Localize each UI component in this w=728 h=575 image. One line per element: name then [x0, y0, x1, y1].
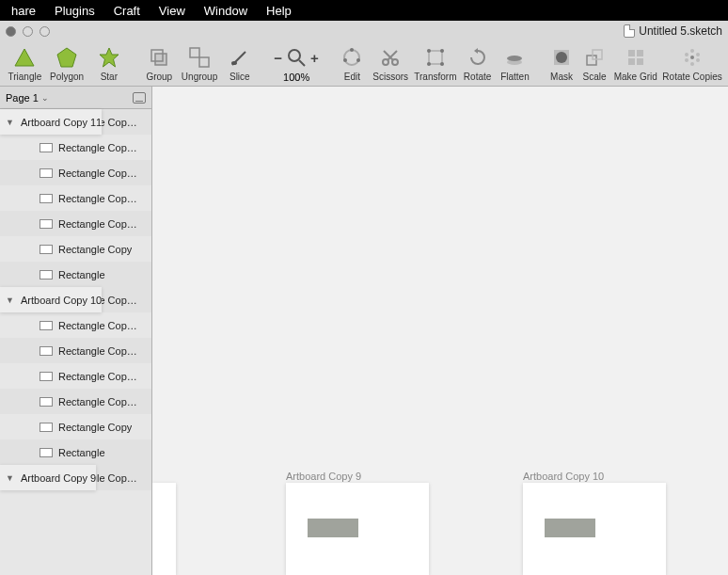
- menu-help[interactable]: Help: [257, 4, 301, 18]
- menu-plugins[interactable]: Plugins: [45, 4, 104, 18]
- edit-icon: [341, 43, 362, 72]
- disclosure-triangle-icon[interactable]: ▼: [6, 473, 15, 483]
- traffic-close[interactable]: [6, 26, 16, 37]
- layer-item[interactable]: Rectangle Cop…: [0, 389, 151, 414]
- artboard[interactable]: [523, 483, 666, 575]
- menu-view[interactable]: View: [150, 4, 195, 18]
- svg-point-18: [440, 49, 444, 53]
- layer-label: Rectangle Cop…: [58, 168, 137, 179]
- tool-scissors[interactable]: Scissors: [370, 43, 412, 82]
- document-title: Untitled 5.sketch: [639, 24, 722, 38]
- svg-point-23: [507, 56, 522, 61]
- tool-slice[interactable]: Slice: [221, 43, 258, 82]
- zoom-out-icon[interactable]: −: [274, 50, 282, 66]
- disclosure-triangle-icon[interactable]: ▼: [6, 118, 15, 127]
- svg-point-13: [343, 58, 347, 62]
- layer-item[interactable]: Rectangle: [0, 262, 151, 287]
- triangle-icon: [13, 43, 36, 72]
- layer-artboard[interactable]: ▼Artboard Copy 11: [0, 109, 102, 135]
- svg-marker-1: [57, 48, 76, 67]
- rectangle-layer-icon: [40, 372, 53, 381]
- canvas[interactable]: ➤ Artboard Copy 9Artboard Copy 10: [152, 87, 728, 575]
- layer-label: Artboard Copy 9: [21, 472, 96, 484]
- shape-rectangle[interactable]: [545, 519, 595, 537]
- disclosure-triangle-icon[interactable]: ▼: [6, 295, 15, 305]
- tool-zoom[interactable]: − + 100%: [269, 43, 324, 83]
- tool-edit[interactable]: Edit: [335, 43, 370, 82]
- menu-hare[interactable]: hare: [2, 4, 45, 18]
- artboard[interactable]: [152, 483, 176, 575]
- tool-makegrid[interactable]: Make Grid: [611, 43, 661, 82]
- svg-point-10: [344, 50, 359, 65]
- layer-item[interactable]: Rectangle Cop…: [0, 135, 151, 160]
- traffic-lights: [6, 26, 50, 37]
- layer-label: Rectangle Cop…: [58, 193, 137, 204]
- traffic-minimize[interactable]: [23, 26, 33, 37]
- artboard-label[interactable]: Artboard Copy 9: [286, 471, 361, 482]
- layer-item[interactable]: Rectangle Copy: [0, 236, 151, 262]
- layer-label: Rectangle Cop…: [58, 218, 137, 230]
- scissors-icon: [380, 43, 401, 72]
- tool-rotate[interactable]: Rotate: [459, 43, 496, 82]
- layer-item[interactable]: Rectangle Copy: [0, 414, 151, 439]
- magnifier-icon: [286, 47, 307, 68]
- layer-artboard[interactable]: ▼Artboard Copy 9: [0, 465, 96, 490]
- svg-rect-30: [628, 58, 635, 65]
- transform-icon: [425, 43, 446, 72]
- layer-item[interactable]: Rectangle Cop…: [0, 363, 151, 389]
- artboard-label[interactable]: Artboard Copy 10: [523, 471, 604, 482]
- menu-craft[interactable]: Craft: [104, 4, 150, 18]
- zoom-in-icon[interactable]: +: [310, 50, 319, 66]
- layer-label: Rectangle: [58, 269, 105, 280]
- layer-label: Rectangle Copy: [58, 422, 132, 433]
- tool-ungroup[interactable]: Ungroup: [178, 43, 222, 82]
- svg-rect-6: [199, 57, 209, 67]
- tool-triangle[interactable]: Triangle: [4, 43, 46, 82]
- layer-label: Rectangle Cop…: [58, 142, 137, 153]
- traffic-zoom[interactable]: [40, 26, 50, 37]
- mask-icon: [551, 43, 572, 72]
- tool-mask[interactable]: Mask: [546, 43, 578, 82]
- layer-item[interactable]: Rectangle Cop…: [0, 185, 151, 211]
- rectangle-layer-icon: [40, 194, 53, 203]
- page-list-icon[interactable]: [133, 92, 146, 104]
- tool-scale[interactable]: Scale: [578, 43, 611, 82]
- slice-icon: [229, 43, 251, 72]
- svg-point-38: [685, 53, 688, 56]
- layer-label: Rectangle Cop…: [58, 320, 137, 331]
- svg-point-36: [690, 62, 694, 66]
- artboard[interactable]: [286, 483, 429, 575]
- svg-point-34: [696, 53, 700, 56]
- layer-item[interactable]: Rectangle Cop…: [0, 160, 151, 185]
- layers-sidebar: Page 1⌄ ▼Artboard Copy 11Rectangle Cop…R…: [0, 87, 152, 575]
- layer-list[interactable]: ▼Artboard Copy 11Rectangle Cop…Rectangle…: [0, 109, 151, 575]
- layer-artboard[interactable]: ▼Artboard Copy 10: [0, 287, 102, 312]
- layer-label: Rectangle Copy: [58, 244, 132, 255]
- svg-point-25: [556, 52, 567, 63]
- tool-transform[interactable]: Transform: [412, 43, 460, 82]
- svg-rect-5: [190, 48, 199, 57]
- chevron-down-icon: ⌄: [41, 93, 49, 103]
- layer-item[interactable]: Rectangle Cop…: [0, 211, 151, 236]
- group-icon: [148, 43, 170, 72]
- tool-rotatecopies[interactable]: Rotate Copies: [660, 43, 724, 82]
- tool-polygon[interactable]: Polygon: [46, 43, 88, 82]
- svg-point-19: [427, 62, 431, 66]
- tool-star[interactable]: Star: [87, 43, 130, 82]
- svg-line-9: [299, 60, 305, 66]
- rectangle-layer-icon: [40, 270, 53, 280]
- rectangle-layer-icon: [40, 423, 53, 432]
- tool-group[interactable]: Group: [141, 43, 178, 82]
- layer-label: Rectangle Cop…: [58, 345, 137, 357]
- rotate-icon: [467, 43, 488, 72]
- layer-item[interactable]: Rectangle Cop…: [0, 338, 151, 363]
- layer-item[interactable]: Rectangle: [0, 439, 151, 465]
- toolbar: Triangle Polygon Star Group Ungroup Slic…: [0, 41, 728, 87]
- page-selector[interactable]: Page 1⌄: [0, 87, 151, 109]
- svg-rect-26: [587, 56, 596, 65]
- shape-rectangle[interactable]: [308, 519, 358, 537]
- tool-flatten[interactable]: Flatten: [496, 43, 534, 82]
- layer-item[interactable]: Rectangle Cop…: [0, 312, 151, 338]
- svg-point-32: [690, 56, 694, 59]
- menu-window[interactable]: Window: [195, 4, 257, 18]
